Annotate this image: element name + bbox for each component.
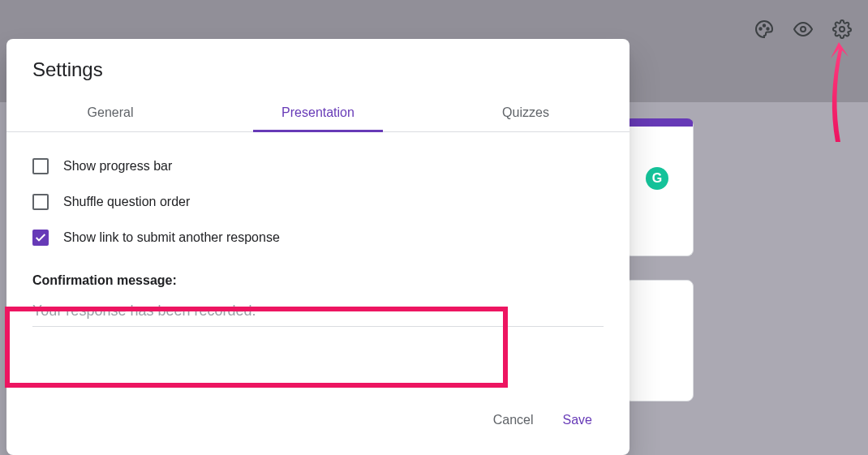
checkbox-label: Show progress bar [63, 159, 172, 174]
svg-point-4 [840, 27, 844, 32]
checkbox-show-link-submit-another[interactable] [32, 230, 49, 246]
checkbox-show-progress-bar[interactable] [32, 158, 49, 174]
dialog-body: Show progress bar Shuffle question order… [6, 132, 630, 405]
option-show-progress-bar: Show progress bar [32, 148, 604, 184]
tabs-row: General Presentation Quizzes [6, 94, 630, 132]
settings-dialog: Settings General Presentation Quizzes Sh… [6, 39, 630, 455]
option-show-link-submit-another: Show link to submit another response [32, 220, 604, 255]
top-toolbar [754, 19, 852, 39]
gear-icon[interactable] [832, 19, 852, 39]
grammarly-badge: G [646, 167, 668, 190]
dialog-title: Settings [6, 39, 630, 94]
svg-point-1 [763, 24, 765, 26]
palette-icon[interactable] [754, 19, 774, 39]
option-shuffle-question-order: Shuffle question order [32, 184, 604, 220]
svg-point-2 [767, 28, 768, 29]
dialog-actions: Cancel Save [6, 405, 630, 455]
tab-presentation[interactable]: Presentation [214, 94, 422, 131]
confirmation-input[interactable] [32, 298, 604, 327]
tab-quizzes[interactable]: Quizzes [422, 94, 630, 131]
checkbox-shuffle-question-order[interactable] [32, 194, 49, 210]
checkbox-label: Show link to submit another response [63, 230, 280, 245]
confirmation-section: Confirmation message: [32, 273, 604, 327]
svg-point-0 [759, 28, 761, 29]
tab-general[interactable]: General [6, 94, 214, 131]
checkbox-label: Shuffle question order [63, 195, 190, 209]
svg-point-3 [801, 27, 806, 32]
eye-icon[interactable] [793, 19, 813, 39]
confirmation-label: Confirmation message: [32, 273, 604, 288]
background-form-card [625, 280, 694, 401]
cancel-button[interactable]: Cancel [482, 405, 545, 436]
save-button[interactable]: Save [552, 405, 604, 436]
